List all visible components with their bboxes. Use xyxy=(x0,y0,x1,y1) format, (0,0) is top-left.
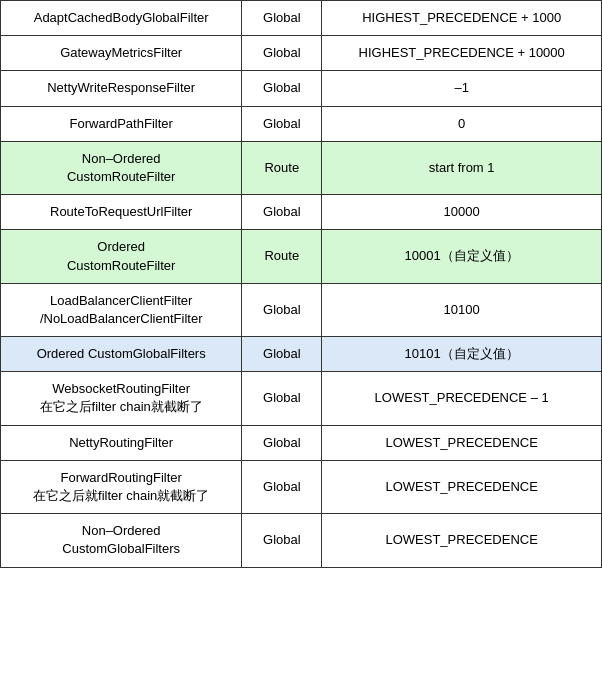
order-cell: HIGHEST_PRECEDENCE + 10000 xyxy=(322,36,602,71)
order-cell: 0 xyxy=(322,106,602,141)
order-cell: start from 1 xyxy=(322,141,602,194)
scope-cell: Global xyxy=(242,71,322,106)
filter-name-cell: AdaptCachedBodyGlobalFilter xyxy=(1,1,242,36)
filter-name-cell: Non–OrderedCustomGlobalFilters xyxy=(1,514,242,567)
filter-name-cell: ForwardPathFilter xyxy=(1,106,242,141)
table-row: Non–OrderedCustomGlobalFiltersGlobalLOWE… xyxy=(1,514,602,567)
filter-name-cell: GatewayMetricsFilter xyxy=(1,36,242,71)
scope-cell: Route xyxy=(242,141,322,194)
filter-name-cell: Ordered CustomGlobalFilters xyxy=(1,337,242,372)
order-cell: LOWEST_PRECEDENCE xyxy=(322,460,602,513)
scope-cell: Global xyxy=(242,514,322,567)
table-row: GatewayMetricsFilterGlobalHIGHEST_PRECED… xyxy=(1,36,602,71)
filter-name-cell: RouteToRequestUrlFilter xyxy=(1,195,242,230)
order-cell: LOWEST_PRECEDENCE – 1 xyxy=(322,372,602,425)
order-cell: –1 xyxy=(322,71,602,106)
table-row: WebsocketRoutingFilter在它之后filter chain就截… xyxy=(1,372,602,425)
filter-name-cell: OrderedCustomRouteFilter xyxy=(1,230,242,283)
scope-cell: Global xyxy=(242,283,322,336)
filter-table: AdaptCachedBodyGlobalFilterGlobalHIGHEST… xyxy=(0,0,602,568)
filter-name-cell: LoadBalancerClientFilter/NoLoadBalancerC… xyxy=(1,283,242,336)
filter-name-cell: ForwardRoutingFilter在它之后就filter chain就截断… xyxy=(1,460,242,513)
filter-name-cell: NettyWriteResponseFilter xyxy=(1,71,242,106)
scope-cell: Global xyxy=(242,106,322,141)
scope-cell: Global xyxy=(242,1,322,36)
table-row: Non–OrderedCustomRouteFilterRoutestart f… xyxy=(1,141,602,194)
filter-name-cell: Non–OrderedCustomRouteFilter xyxy=(1,141,242,194)
table-row: NettyWriteResponseFilterGlobal–1 xyxy=(1,71,602,106)
filter-name-cell: WebsocketRoutingFilter在它之后filter chain就截… xyxy=(1,372,242,425)
scope-cell: Global xyxy=(242,425,322,460)
scope-cell: Global xyxy=(242,337,322,372)
table-row: LoadBalancerClientFilter/NoLoadBalancerC… xyxy=(1,283,602,336)
scope-cell: Route xyxy=(242,230,322,283)
order-cell: 10101（自定义值） xyxy=(322,337,602,372)
order-cell: 10000 xyxy=(322,195,602,230)
scope-cell: Global xyxy=(242,195,322,230)
order-cell: LOWEST_PRECEDENCE xyxy=(322,514,602,567)
order-cell: 10100 xyxy=(322,283,602,336)
filter-name-cell: NettyRoutingFilter xyxy=(1,425,242,460)
table-row: AdaptCachedBodyGlobalFilterGlobalHIGHEST… xyxy=(1,1,602,36)
table-row: RouteToRequestUrlFilterGlobal10000 xyxy=(1,195,602,230)
table-row: OrderedCustomRouteFilterRoute10001（自定义值） xyxy=(1,230,602,283)
order-cell: LOWEST_PRECEDENCE xyxy=(322,425,602,460)
table-row: ForwardPathFilterGlobal0 xyxy=(1,106,602,141)
scope-cell: Global xyxy=(242,460,322,513)
table-row: Ordered CustomGlobalFiltersGlobal10101（自… xyxy=(1,337,602,372)
table-row: NettyRoutingFilterGlobalLOWEST_PRECEDENC… xyxy=(1,425,602,460)
table-row: ForwardRoutingFilter在它之后就filter chain就截断… xyxy=(1,460,602,513)
order-cell: HIGHEST_PRECEDENCE + 1000 xyxy=(322,1,602,36)
scope-cell: Global xyxy=(242,36,322,71)
scope-cell: Global xyxy=(242,372,322,425)
order-cell: 10001（自定义值） xyxy=(322,230,602,283)
